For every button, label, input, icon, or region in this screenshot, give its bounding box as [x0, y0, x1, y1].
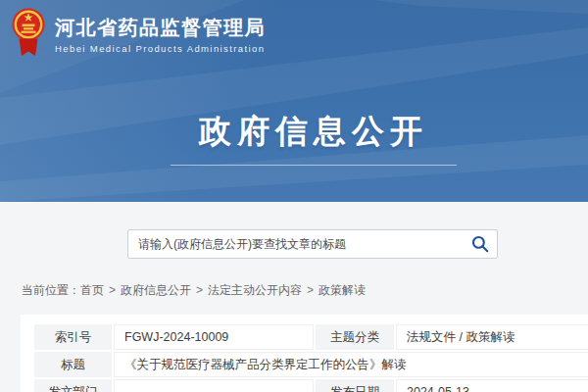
search-box [127, 229, 498, 259]
breadcrumb-prefix: 当前位置： [22, 283, 80, 297]
site-title-block: 河北省药品监督管理局 Hebei Medical Products Admini… [55, 4, 266, 54]
subject-category-label: 主题分类 [316, 324, 394, 350]
subject-category-value: 法规文件 / 政策解读 [396, 324, 588, 350]
document-info-table: 索引号 FGWJ-2024-10009 主题分类 法规文件 / 政策解读 标题 … [32, 322, 588, 392]
breadcrumb-item-statutory-disclosure[interactable]: 法定主动公开内容 [208, 283, 302, 297]
breadcrumb-item-policy-interpretation: 政策解读 [318, 283, 366, 297]
page-title: 政府信息公开 [0, 110, 588, 154]
issuing-department-value [114, 379, 314, 392]
publish-date-label: 发布日期 [316, 379, 394, 392]
table-row: 索引号 FGWJ-2024-10009 主题分类 法规文件 / 政策解读 [34, 324, 588, 350]
index-number-label: 索引号 [34, 324, 112, 350]
breadcrumb-item-gov-info[interactable]: 政府信息公开 [121, 283, 191, 297]
index-number-value: FGWJ-2024-10009 [114, 324, 314, 350]
issuing-department-label: 发文部门 [34, 379, 112, 392]
breadcrumb: 当前位置：首页>政府信息公开>法定主动公开内容>政策解读 [22, 282, 366, 299]
breadcrumb-separator: > [196, 283, 203, 297]
document-info-panel: 索引号 FGWJ-2024-10009 主题分类 法规文件 / 政策解读 标题 … [21, 315, 588, 392]
search-button[interactable] [471, 235, 489, 253]
breadcrumb-item-home[interactable]: 首页 [80, 283, 104, 297]
search-input[interactable] [128, 230, 467, 258]
breadcrumb-separator: > [307, 283, 314, 297]
breadcrumb-separator: > [109, 283, 116, 297]
search-icon [471, 235, 489, 253]
title-label: 标题 [34, 352, 112, 377]
site-logo[interactable]: 河北省药品监督管理局 Hebei Medical Products Admini… [9, 4, 266, 61]
content-area: 当前位置：首页>政府信息公开>法定主动公开内容>政策解读 索引号 FGWJ-20… [0, 202, 588, 392]
national-emblem-icon [9, 4, 48, 61]
title-value: 《关于规范医疗器械产品分类界定工作的公告》解读 [114, 352, 588, 377]
page-header-hero: 河北省药品监督管理局 Hebei Medical Products Admini… [0, 0, 588, 202]
site-name: 河北省药品监督管理局 [55, 17, 266, 38]
table-row: 标题 《关于规范医疗器械产品分类界定工作的公告》解读 [34, 352, 588, 377]
site-name-english: Hebei Medical Products Administration [55, 43, 266, 54]
table-row: 发文部门 发布日期 2024-05-13 [34, 379, 588, 392]
banner-underline [171, 165, 457, 166]
publish-date-value: 2024-05-13 [396, 379, 588, 392]
